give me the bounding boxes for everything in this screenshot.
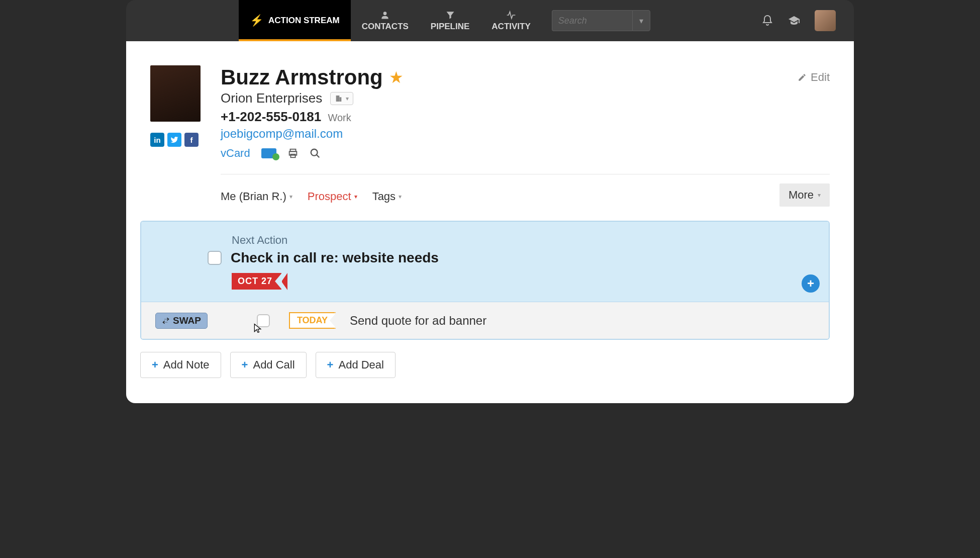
nav-activity-label: ACTIVITY [492, 22, 530, 32]
company-name[interactable]: Orion Enterprises [221, 90, 322, 106]
pencil-icon [798, 73, 807, 82]
add-action-button[interactable]: + [802, 274, 820, 293]
nav-contacts[interactable]: CONTACTS [351, 0, 420, 41]
next-action-title: Check in call re: website needs [231, 250, 439, 266]
facebook-icon[interactable]: f [184, 133, 199, 147]
secondary-action-title: Send quote for ad banner [350, 314, 486, 328]
chevron-down-icon: ▾ [346, 95, 349, 102]
top-nav: ⚡ ACTION STREAM CONTACTS PIPELINE ACTIVI… [126, 0, 854, 41]
topbar-right [761, 0, 854, 41]
add-note-label: Add Note [163, 358, 210, 371]
phone-row: +1-202-555-0181 Work [221, 109, 830, 125]
add-deal-label: Add Deal [338, 358, 384, 371]
owner-filter-label: Me (Brian R.) [221, 190, 286, 203]
contact-card-icon[interactable] [261, 148, 276, 158]
status-filter-label: Prospect [308, 190, 351, 203]
svg-line-7 [316, 155, 319, 158]
svg-rect-1 [336, 96, 340, 102]
next-action-card[interactable]: Next Action Check in call re: website ne… [141, 222, 829, 302]
status-filter[interactable]: Prospect ▾ [308, 190, 357, 203]
cursor-icon [253, 323, 263, 333]
edit-button[interactable]: Edit [798, 71, 830, 84]
today-flag: TODAY [289, 312, 336, 329]
user-avatar[interactable] [815, 10, 836, 31]
swap-button[interactable]: SWAP [155, 313, 208, 329]
company-dropdown[interactable]: ▾ [330, 92, 353, 105]
plus-icon: + [152, 358, 158, 371]
star-icon[interactable]: ★ [389, 68, 404, 87]
owner-filter[interactable]: Me (Brian R.) ▾ [221, 190, 292, 203]
search-box: ▾ [552, 10, 650, 31]
nav-contacts-label: CONTACTS [362, 22, 409, 32]
contact-name: Buzz Armstrong [221, 65, 383, 89]
building-icon [335, 95, 343, 103]
contact-photo[interactable] [150, 65, 201, 122]
print-icon[interactable] [287, 148, 299, 159]
search-icon[interactable] [310, 148, 321, 159]
next-action-date-flag: OCT 27 [232, 273, 281, 290]
add-note-button[interactable]: + Add Note [140, 352, 221, 378]
app-window: ⚡ ACTION STREAM CONTACTS PIPELINE ACTIVI… [126, 0, 854, 403]
actions-panel: Next Action Check in call re: website ne… [140, 221, 830, 340]
nav-action-stream-label: ACTION STREAM [268, 16, 340, 26]
today-label: TODAY [297, 315, 328, 325]
activity-icon [505, 10, 517, 21]
linkedin-icon[interactable]: in [150, 133, 164, 147]
plus-icon: + [242, 358, 248, 371]
nav-pipeline[interactable]: PIPELINE [420, 0, 480, 41]
secondary-action-row[interactable]: SWAP TODAY Send quote for ad banner [141, 302, 829, 339]
chevron-down-icon: ▾ [354, 193, 357, 200]
svg-point-6 [311, 149, 317, 156]
chevron-down-icon: ▾ [818, 192, 821, 199]
svg-rect-2 [340, 97, 342, 102]
add-buttons-row: + Add Note + Add Call + Add Deal [140, 352, 830, 378]
email-link[interactable]: joebigcomp@mail.com [221, 127, 343, 141]
next-action-checkbox[interactable] [208, 251, 222, 265]
svg-point-0 [383, 12, 387, 15]
nav-action-stream[interactable]: ⚡ ACTION STREAM [239, 0, 351, 41]
filters-row: Me (Brian R.) ▾ Prospect ▾ Tags ▾ More ▾ [221, 187, 830, 207]
edit-label: Edit [811, 71, 830, 84]
bell-icon[interactable] [761, 15, 773, 27]
nav-activity[interactable]: ACTIVITY [480, 0, 541, 41]
phone-type: Work [328, 112, 351, 123]
add-call-button[interactable]: + Add Call [230, 352, 307, 378]
bolt-icon: ⚡ [250, 14, 263, 27]
contact-header: in f Buzz Armstrong ★ Edit [150, 65, 830, 378]
tools-row: vCard [221, 147, 830, 160]
graduation-icon[interactable] [788, 15, 801, 27]
plus-icon: + [327, 358, 334, 371]
add-deal-button[interactable]: + Add Deal [316, 352, 396, 378]
more-button[interactable]: More ▾ [779, 183, 830, 207]
tags-filter-label: Tags [372, 190, 396, 203]
phone-number[interactable]: +1-202-555-0181 [221, 109, 321, 124]
divider [221, 174, 830, 174]
search-dropdown[interactable]: ▾ [632, 10, 650, 31]
funnel-icon [445, 10, 455, 21]
more-label: More [789, 189, 814, 202]
twitter-icon[interactable] [167, 133, 181, 147]
nav-pipeline-label: PIPELINE [431, 22, 469, 32]
social-links: in f [150, 133, 199, 147]
chevron-down-icon: ▾ [399, 193, 402, 200]
content-area: in f Buzz Armstrong ★ Edit [126, 41, 854, 403]
tags-filter[interactable]: Tags ▾ [372, 190, 402, 203]
swap-label: SWAP [173, 315, 201, 326]
vcard-link[interactable]: vCard [221, 147, 250, 160]
chevron-down-icon: ▾ [289, 193, 292, 200]
next-action-date: OCT 27 [238, 276, 272, 286]
add-call-label: Add Call [253, 358, 295, 371]
swap-icon [162, 317, 170, 325]
search-input[interactable] [552, 10, 632, 31]
next-action-label: Next Action [232, 234, 815, 247]
person-icon [380, 10, 390, 21]
info-column: Buzz Armstrong ★ Edit Orion Enterprises … [221, 65, 830, 378]
